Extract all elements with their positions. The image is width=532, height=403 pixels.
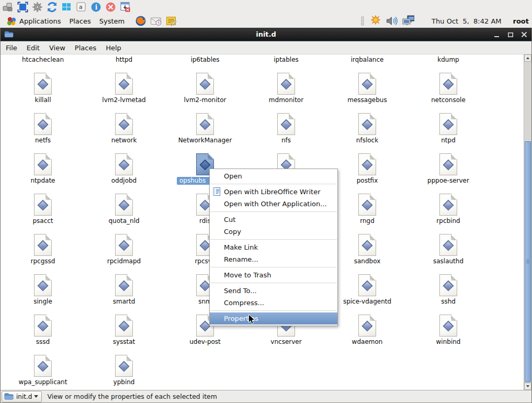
context-menu-item-open[interactable]: Open	[210, 170, 337, 182]
menubar-edit[interactable]: Edit	[22, 41, 44, 54]
menu-separator	[210, 184, 337, 184]
mail-clock-icon[interactable]	[150, 15, 162, 27]
file-item[interactable]: ntpd	[409, 113, 488, 144]
file-item[interactable]: iptables	[247, 54, 325, 64]
file-item[interactable]: netconsole	[409, 73, 488, 104]
character-map-icon[interactable]: a	[75, 1, 87, 13]
package-blocks-icon[interactable]	[2, 1, 14, 13]
file-item[interactable]: lvm2-lvmetad	[85, 73, 163, 104]
refresh-icon[interactable]	[46, 1, 58, 13]
volume-icon[interactable]	[386, 15, 398, 27]
file-item[interactable]: saslauthd	[409, 234, 488, 265]
script-file-icon	[115, 73, 133, 95]
context-menu-item-cut[interactable]: Cut	[210, 214, 337, 226]
file-item[interactable]: rpcbind	[409, 194, 488, 225]
file-item[interactable]: ypbind	[85, 355, 163, 386]
file-item[interactable]: netfs	[4, 113, 82, 144]
file-item[interactable]: wpa_supplicant	[4, 355, 82, 386]
file-item[interactable]: kdump	[409, 54, 488, 64]
panel-clock[interactable]: Thu Oct 5, 8:42 AM	[432, 17, 501, 25]
menu-separator	[210, 267, 337, 267]
file-item[interactable]: pppoe-server	[409, 153, 488, 185]
file-item[interactable]: htcacheclean	[4, 54, 82, 64]
context-menu-item-open-with-other-application[interactable]: Open with Other Application...	[210, 198, 337, 210]
file-item[interactable]: wdaemon	[328, 315, 406, 346]
file-item[interactable]: spice-vdagentd	[328, 274, 406, 306]
file-item[interactable]: irqbalance	[328, 54, 406, 64]
file-item[interactable]: rpcgssd	[4, 234, 82, 265]
context-menu-item-send-to[interactable]: Send To...	[210, 285, 337, 297]
menubar-view[interactable]: View	[44, 41, 70, 54]
file-item[interactable]: quota_nld	[85, 194, 163, 225]
file-item[interactable]: sandbox	[328, 234, 406, 265]
file-item[interactable]: smartd	[85, 274, 163, 306]
window-title: init.d	[0, 30, 532, 38]
file-item[interactable]: sshd	[409, 274, 488, 306]
window-kill-icon[interactable]	[119, 1, 131, 13]
file-item[interactable]: killall	[4, 73, 82, 104]
file-label: sshd	[441, 298, 456, 306]
context-menu-item-copy[interactable]: Copy	[210, 226, 337, 238]
file-item[interactable]: psacct	[4, 194, 82, 225]
firefox-icon[interactable]	[135, 15, 146, 27]
file-label: sssd	[36, 338, 50, 346]
menubar-places[interactable]: Places	[70, 41, 101, 54]
sun-icon[interactable]	[369, 15, 382, 27]
context-menu-item-open-with-libreoffice-writer[interactable]: Open with LibreOffice Writer	[210, 186, 337, 198]
context-menu-item-compress[interactable]: Compress...	[210, 297, 337, 309]
status-bar: init.d View or modify the properties of …	[0, 390, 532, 403]
file-item[interactable]: postfix	[328, 153, 406, 185]
maximize-button[interactable]	[507, 31, 514, 38]
distro-logo-icon	[6, 16, 17, 26]
file-item[interactable]: network	[85, 113, 163, 144]
window-titlebar[interactable]: init.d	[0, 28, 532, 41]
network-monitors-icon[interactable]	[402, 15, 414, 27]
file-label: iptables	[274, 56, 299, 64]
scroll-up-button[interactable]	[524, 54, 531, 62]
panel-menu-applications[interactable]: Applications	[2, 14, 65, 28]
file-item[interactable]: oddjobd	[85, 153, 163, 185]
info-icon[interactable]: i	[90, 1, 102, 13]
script-file-icon	[439, 73, 457, 95]
panel-grip-handle[interactable]	[361, 16, 364, 26]
context-menu-item-move-to-trash[interactable]: Move to Trash	[210, 269, 337, 281]
file-item[interactable]: lvm2-monitor	[166, 73, 244, 104]
force-quit-icon[interactable]	[105, 1, 117, 13]
context-menu-item-properties[interactable]: Properties	[210, 312, 337, 324]
context-menu-item-rename[interactable]: Rename...	[210, 253, 337, 265]
file-item[interactable]: ip6tables	[166, 54, 244, 64]
menubar-help[interactable]: Help	[101, 41, 126, 54]
file-item[interactable]: NetworkManager	[166, 113, 244, 144]
file-label: netfs	[35, 137, 51, 144]
location-zoom-combo[interactable]: init.d	[2, 391, 42, 402]
file-item[interactable]: sssd	[4, 315, 82, 346]
file-item[interactable]: nfslock	[328, 113, 406, 144]
file-item[interactable]: nfs	[247, 113, 325, 144]
vertical-scrollbar[interactable]	[524, 54, 531, 390]
blue-tiles-icon[interactable]	[61, 1, 73, 13]
panel-menu-places[interactable]: Places	[65, 14, 95, 28]
file-item[interactable]: single	[4, 274, 82, 306]
panel-menu-system[interactable]: System	[95, 14, 129, 28]
file-item[interactable]: rpcidmapd	[85, 234, 163, 265]
screenshot-icon[interactable]	[17, 1, 29, 13]
file-item[interactable]: messagebus	[328, 73, 406, 104]
context-menu-item-make-link[interactable]: Make Link	[210, 241, 337, 253]
menubar-file[interactable]: File	[1, 41, 22, 54]
scrollbar-thumb[interactable]	[525, 141, 531, 382]
notes-icon[interactable]	[165, 15, 177, 27]
file-item[interactable]: mdmonitor	[247, 73, 325, 104]
arrow-down-icon	[526, 385, 529, 387]
gear-icon[interactable]	[31, 1, 43, 13]
scroll-down-button[interactable]	[524, 383, 531, 390]
file-item[interactable]: ntpdate	[4, 153, 82, 185]
svg-text:a: a	[79, 4, 83, 10]
file-item[interactable]: sysstat	[85, 315, 163, 346]
file-item[interactable]: winbind	[409, 315, 488, 346]
file-item[interactable]: httpd	[85, 54, 163, 64]
file-label: wdaemon	[352, 338, 383, 346]
file-item[interactable]: rngd	[328, 194, 406, 225]
minimize-button[interactable]	[493, 31, 501, 38]
launcher-bar: ai	[0, 0, 532, 14]
close-button[interactable]	[520, 31, 528, 38]
